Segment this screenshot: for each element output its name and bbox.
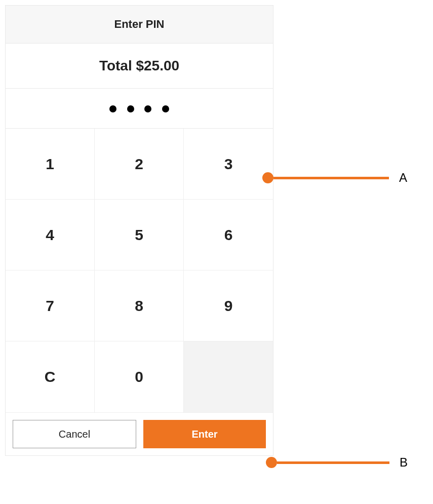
keypad-key-9[interactable]: 9 — [184, 270, 273, 341]
keypad-key-4[interactable]: 4 — [6, 200, 95, 270]
callout-marker-icon — [266, 457, 277, 468]
cancel-button[interactable]: Cancel — [13, 420, 136, 448]
keypad-key-2[interactable]: 2 — [95, 129, 184, 200]
keypad-key-1[interactable]: 1 — [6, 129, 95, 200]
pin-dot-icon — [109, 105, 116, 112]
keypad-key-blank — [184, 341, 273, 412]
pin-display — [6, 89, 273, 129]
keypad-key-3[interactable]: 3 — [184, 129, 273, 200]
page-title: Enter PIN — [6, 6, 273, 44]
pin-dot-icon — [144, 105, 151, 112]
callout-line — [273, 177, 389, 179]
keypad: 1 2 3 4 5 6 7 8 9 C 0 — [6, 129, 273, 412]
keypad-key-clear[interactable]: C — [6, 341, 95, 412]
callout-b: B — [266, 455, 408, 470]
pin-dot-icon — [162, 105, 169, 112]
callout-line — [277, 461, 389, 464]
keypad-key-7[interactable]: 7 — [6, 270, 95, 341]
action-bar: Cancel Enter — [6, 412, 273, 455]
keypad-key-8[interactable]: 8 — [95, 270, 184, 341]
callout-marker-icon — [262, 172, 273, 183]
keypad-key-6[interactable]: 6 — [184, 200, 273, 270]
enter-button[interactable]: Enter — [143, 420, 266, 448]
keypad-key-5[interactable]: 5 — [95, 200, 184, 270]
keypad-key-0[interactable]: 0 — [95, 341, 184, 412]
callout-a: A — [262, 171, 407, 185]
callout-label: A — [399, 171, 407, 185]
pin-entry-panel: Enter PIN Total $25.00 1 2 3 4 5 6 7 8 9… — [5, 5, 273, 456]
total-label: Total $25.00 — [6, 44, 273, 89]
callout-label: B — [400, 455, 408, 470]
pin-dot-icon — [127, 105, 134, 112]
